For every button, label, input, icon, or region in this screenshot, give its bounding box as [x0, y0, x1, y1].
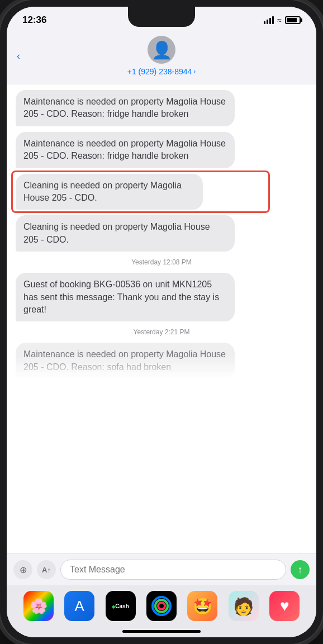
- phone-number[interactable]: +1 (929) 238-8944 ›: [127, 67, 196, 76]
- camera-icon: ⊕: [20, 565, 27, 575]
- contact-header: ‹ 👤 +1 (929) 238-8944 ›: [7, 30, 316, 84]
- app-dock: 🌸 A ◆Cash: [7, 585, 316, 630]
- avatar2-app-icon[interactable]: 🧑: [229, 591, 259, 621]
- camera-button[interactable]: ⊕: [13, 560, 32, 579]
- list-item: Cleaning is needed on property Magolia H…: [16, 174, 203, 210]
- home-bar: [122, 630, 201, 633]
- list-item: Maintenance is needed on property Magoli…: [16, 343, 235, 379]
- screen: 12:36 ≈ ‹ 👤: [7, 7, 316, 637]
- heart-app-icon[interactable]: ♥: [269, 591, 300, 621]
- input-bar: ⊕ A↑ ↑: [7, 553, 316, 585]
- phone-frame: 12:36 ≈ ‹ 👤: [0, 0, 323, 644]
- status-time: 12:36: [22, 15, 46, 26]
- send-arrow-icon: ↑: [298, 565, 303, 575]
- wifi-icon: ≈: [277, 16, 282, 25]
- message-input[interactable]: [60, 560, 286, 580]
- detail-chevron-icon: ›: [193, 68, 196, 75]
- notch: [128, 7, 195, 27]
- send-button[interactable]: ↑: [291, 560, 310, 579]
- messages-area[interactable]: Maintenance is needed on property Magoli…: [7, 84, 316, 553]
- svg-point-2: [158, 603, 165, 609]
- photos-app-icon[interactable]: 🌸: [23, 591, 54, 621]
- apps-button[interactable]: A↑: [37, 560, 56, 579]
- list-item: Maintenance is needed on property Magoli…: [16, 90, 235, 126]
- back-button[interactable]: ‹: [17, 50, 20, 62]
- cash-app-icon[interactable]: ◆Cash: [106, 591, 136, 621]
- battery-icon: [285, 16, 301, 24]
- avatar-icon: 👤: [151, 40, 172, 60]
- status-icons: ≈: [264, 16, 301, 25]
- timestamp: Yesterday 2:21 PM: [16, 328, 307, 336]
- list-item: Maintenance is needed on property Magoli…: [16, 132, 235, 168]
- signal-icon: [264, 16, 274, 24]
- list-item: Cleaning is needed on property Magolia H…: [16, 215, 235, 252]
- contact-info: 👤 +1 (929) 238-8944 ›: [127, 36, 196, 76]
- avatar: 👤: [148, 36, 175, 64]
- memoji-app-icon[interactable]: 🤩: [187, 591, 217, 621]
- apps-icon: A↑: [42, 566, 51, 574]
- activity-app-icon[interactable]: [146, 591, 177, 621]
- appstore-app-icon[interactable]: A: [64, 591, 94, 621]
- highlighted-message-container: Cleaning is needed on property Magolia H…: [16, 174, 265, 210]
- back-chevron-icon: ‹: [17, 50, 20, 62]
- home-indicator: [7, 630, 316, 637]
- timestamp: Yesterday 12:08 PM: [16, 258, 307, 266]
- list-item: Guest of booking BKG-00536 on unit MKN12…: [16, 273, 235, 321]
